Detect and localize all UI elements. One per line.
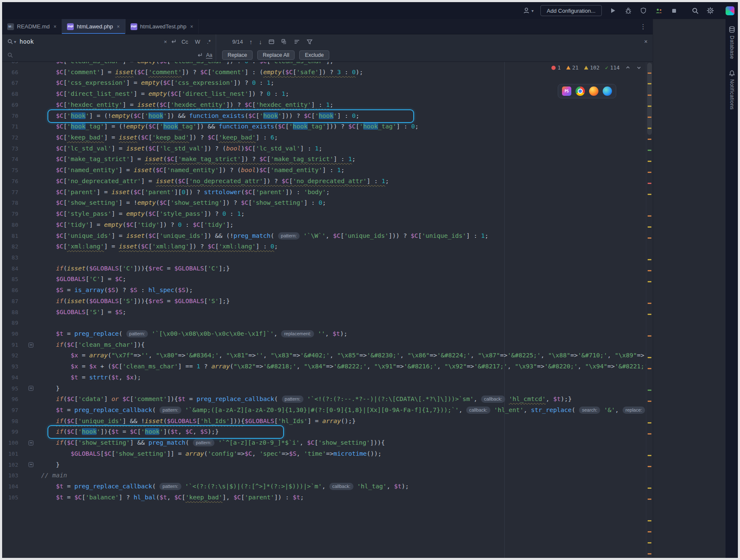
search-icon[interactable]	[691, 6, 699, 15]
fold-toggle-icon[interactable]: −	[28, 440, 33, 446]
stripe-mark[interactable]	[648, 128, 651, 129]
fold-toggle-icon[interactable]: −	[28, 343, 33, 348]
code-text[interactable]	[41, 252, 646, 263]
preserve-case-icon[interactable]: Aa	[206, 52, 212, 59]
stripe-mark[interactable]	[648, 259, 651, 260]
stripe-mark[interactable]	[648, 270, 651, 271]
stripe-mark[interactable]	[648, 194, 651, 195]
code-text[interactable]: $GLOBALS['C'] = $C;	[41, 274, 646, 285]
tab-readme[interactable]: M↓ README.md ×	[2, 19, 62, 34]
close-tab-icon[interactable]: ×	[117, 24, 120, 30]
close-find-icon[interactable]: ×	[644, 38, 648, 45]
stripe-mark[interactable]	[648, 531, 651, 532]
stripe-mark[interactable]	[648, 95, 651, 96]
tab-htmlawed[interactable]: PHP htmLawed.php ×	[62, 19, 125, 34]
tool-button-database[interactable]: Database	[729, 26, 735, 59]
search-filter-icon[interactable]	[306, 39, 313, 45]
fold-toggle-icon[interactable]: −	[28, 386, 33, 391]
code-text[interactable]: $GLOBALS['S'] = $S;	[41, 307, 646, 318]
stripe-mark[interactable]	[648, 499, 651, 500]
coverage-icon[interactable]	[639, 6, 648, 15]
replace-all-button[interactable]: Replace All	[257, 50, 295, 60]
exclude-button[interactable]: Exclude	[299, 50, 329, 60]
stripe-mark[interactable]	[648, 106, 651, 107]
stripe-mark[interactable]	[648, 553, 651, 554]
code-text[interactable]: $C['parent'] = isset($C['parent'][0]) ? …	[41, 187, 646, 198]
words-toggle[interactable]: W	[193, 38, 202, 46]
stripe-mark[interactable]	[648, 215, 651, 217]
code-text[interactable]: if(isset($GLOBALS['S'])){$reS = $GLOBALS…	[41, 296, 646, 307]
chrome-icon[interactable]	[576, 86, 585, 96]
add-configuration-button[interactable]: Add Configuration...	[540, 5, 602, 16]
error-stripe[interactable]	[646, 62, 653, 558]
stripe-mark[interactable]	[648, 237, 651, 239]
stripe-mark[interactable]	[648, 368, 651, 369]
code-text[interactable]	[41, 318, 646, 329]
stripe-mark[interactable]	[648, 520, 651, 521]
next-occurrence-icon[interactable]: ↓	[259, 38, 262, 45]
replace-field[interactable]: Aa	[2, 49, 216, 61]
stripe-mark[interactable]	[648, 72, 651, 74]
weak-warning-count[interactable]: 102	[584, 64, 600, 71]
code-text[interactable]: if($C['hook']){$t = $C['hook']($t, $C, $…	[41, 426, 646, 437]
warning-count[interactable]: 21	[566, 64, 579, 71]
ide-logo-icon[interactable]	[726, 6, 734, 15]
stripe-mark[interactable]	[648, 455, 651, 456]
phpstorm-icon[interactable]: PS	[562, 86, 571, 96]
code-text[interactable]: $C['no_deprecated_attr'] = isset($C['no_…	[41, 176, 646, 187]
code-text[interactable]: $x = $x + ($C['clean_ms_char'] == 1 ? ar…	[41, 361, 646, 372]
code-text[interactable]: $C['unique_ids'] = isset($C['unique_ids'…	[41, 231, 646, 242]
search-field[interactable]: ▾ hook × Cc W .*	[2, 34, 216, 49]
stripe-mark[interactable]	[648, 390, 651, 391]
tab-htmlawedtest[interactable]: PHP htmLawedTest.php ×	[125, 19, 199, 34]
code-text[interactable]: if($C['show_setting'] && preg_match( pat…	[41, 437, 646, 449]
code-text[interactable]: }	[41, 460, 646, 471]
code-text[interactable]: $C['tidy'] = empty($C['tidy']) ? 0 : $C[…	[41, 220, 646, 231]
code-text[interactable]: if($C['unique_ids'] && !isset($GLOBALS['…	[41, 416, 646, 427]
firefox-icon[interactable]	[589, 86, 598, 96]
stripe-mark[interactable]	[648, 172, 651, 173]
code-text[interactable]: $C['direct_list_nest'] = empty($C['direc…	[41, 89, 646, 100]
editor[interactable]: 65$C['clean_ms_char'] = empty($C['clean_…	[2, 62, 653, 558]
prev-highlight-icon[interactable]	[625, 65, 631, 70]
close-tab-icon[interactable]: ×	[190, 24, 193, 30]
tool-button-notifications[interactable]: Notifications	[729, 70, 735, 110]
code-text[interactable]: $t = preg_replace_callback( pattern: '`<…	[41, 481, 646, 492]
browser-icon[interactable]	[603, 86, 612, 96]
match-case-toggle[interactable]: Cc	[180, 38, 190, 46]
code-text[interactable]: $C['named_entity'] = isset($C['named_ent…	[41, 165, 646, 176]
stripe-mark[interactable]	[648, 161, 651, 162]
code-text[interactable]: $t = $C['balance'] ? hl_bal($t, $C['keep…	[41, 492, 646, 503]
stripe-mark[interactable]	[648, 357, 651, 358]
filter-lines-icon[interactable]	[294, 39, 300, 45]
code-text[interactable]: $S = is_array($S) ? $S : hl_spec($S);	[41, 285, 646, 296]
code-text[interactable]: $C['hexdec_entity'] = isset($C['hexdec_e…	[41, 100, 646, 111]
code-text[interactable]: $C['hook'] = (!empty($C['hook']) && func…	[41, 111, 646, 122]
code-text[interactable]: $t = preg_replace( pattern: '`[\x00-\x08…	[41, 329, 646, 340]
search-input[interactable]: hook	[19, 38, 161, 45]
code-text[interactable]: $x = array("\x7f"=>'', "\x80"=>'&#8364;'…	[41, 350, 646, 361]
passed-count[interactable]: ✓114	[605, 64, 620, 71]
newline-icon[interactable]	[197, 52, 203, 58]
stripe-mark[interactable]	[648, 183, 651, 184]
close-tab-icon[interactable]: ×	[53, 24, 56, 30]
regex-toggle[interactable]: .*	[205, 38, 212, 46]
code-text[interactable]: $GLOBALS[$C['show_setting']] = array('co…	[41, 449, 646, 460]
newline-icon[interactable]	[170, 39, 176, 45]
stripe-mark[interactable]	[648, 466, 651, 467]
code-text[interactable]: $C['css_expression'] = empty($C['css_exp…	[41, 78, 646, 89]
code-text[interactable]: $C['style_pass'] = empty($C['style_pass'…	[41, 209, 646, 220]
code-text[interactable]: $t = strtr($t, $x);	[41, 372, 646, 383]
tab-options-icon[interactable]: ⋮	[640, 19, 646, 34]
clear-search-icon[interactable]: ×	[164, 39, 167, 45]
debug-icon[interactable]	[624, 6, 632, 15]
stripe-mark[interactable]	[648, 150, 651, 151]
open-results-icon[interactable]	[268, 39, 275, 45]
stripe-mark[interactable]	[648, 303, 651, 304]
code-text[interactable]: // main	[41, 470, 646, 481]
next-highlight-icon[interactable]	[636, 65, 642, 70]
stripe-mark[interactable]	[648, 281, 651, 282]
settings-gear-icon[interactable]	[706, 6, 715, 15]
inspections-widget[interactable]: 1 21 102 ✓114	[551, 64, 642, 71]
code-text[interactable]: $C['lc_std_val'] = isset($C['lc_std_val'…	[41, 143, 646, 154]
